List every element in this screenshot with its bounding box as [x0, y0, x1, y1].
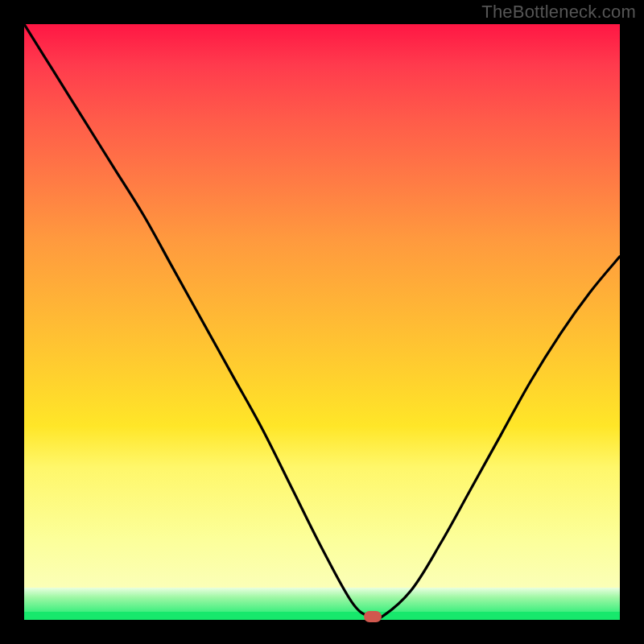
optimum-marker: [364, 611, 382, 622]
chart-frame: TheBottleneck.com: [0, 0, 644, 644]
curve-path: [24, 24, 620, 620]
watermark-text: TheBottleneck.com: [481, 2, 636, 23]
chart-plot-area: [24, 24, 620, 620]
bottleneck-curve: [24, 24, 620, 620]
